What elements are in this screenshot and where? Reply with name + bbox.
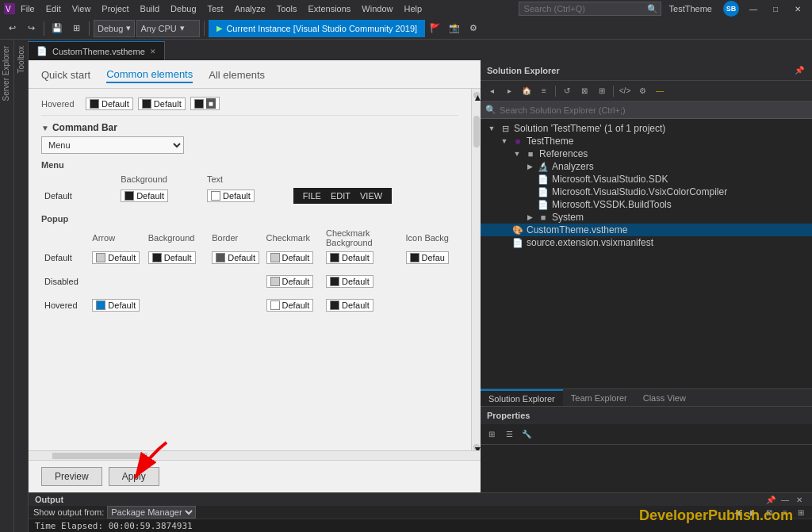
user-avatar[interactable]: SB bbox=[723, 1, 739, 17]
menu-help[interactable]: Help bbox=[399, 2, 427, 15]
apply-button[interactable]: Apply bbox=[109, 467, 159, 486]
scroll-down-arrow[interactable]: ▼ bbox=[473, 444, 480, 450]
toolbar-extra-3[interactable]: ⚙ bbox=[465, 20, 482, 37]
nav-all-elements[interactable]: All elements bbox=[209, 69, 265, 82]
preview-button[interactable]: Preview bbox=[41, 467, 102, 486]
nav-quick-start[interactable]: Quick start bbox=[41, 69, 90, 82]
file-tab-customtheme[interactable]: 📄 CustomTheme.vstheme ✕ bbox=[29, 41, 165, 60]
hovered-text-swatch-partial[interactable]: Default bbox=[138, 98, 186, 110]
tab-team-explorer[interactable]: Team Explorer bbox=[563, 389, 635, 407]
output-close-btn[interactable]: ✕ bbox=[793, 493, 806, 506]
menu-extensions[interactable]: Extensions bbox=[304, 2, 356, 15]
minimize-button[interactable]: — bbox=[742, 0, 764, 17]
menu-tools[interactable]: Tools bbox=[272, 2, 302, 15]
se-settings-btn[interactable]: ⚙ bbox=[634, 83, 650, 99]
output-pin-btn[interactable]: 📌 bbox=[764, 493, 777, 506]
popup-bg-color bbox=[152, 253, 162, 262]
global-search-input[interactable] bbox=[519, 2, 661, 16]
hovered-bg-swatch-partial[interactable]: Default bbox=[86, 98, 133, 110]
tree-customtheme[interactable]: 🎨 CustomTheme.vstheme bbox=[481, 224, 812, 236]
se-code-btn[interactable]: </> bbox=[617, 83, 633, 99]
hovered-extra-swatch-partial[interactable]: ■ bbox=[190, 97, 220, 110]
save-all-button[interactable]: ⊞ bbox=[67, 20, 85, 37]
prop-list-btn[interactable]: ☰ bbox=[501, 427, 517, 442]
menu-test[interactable]: Test bbox=[203, 2, 228, 15]
tab-class-view[interactable]: Class View bbox=[635, 389, 694, 407]
tab-solution-explorer[interactable]: Solution Explorer bbox=[481, 389, 563, 407]
analyzers-expand-arrow[interactable]: ▶ bbox=[525, 162, 534, 171]
command-bar-type-select[interactable]: Menu bbox=[41, 136, 184, 154]
se-stop-btn[interactable]: ⊠ bbox=[576, 83, 592, 99]
toolbar-extra-2[interactable]: 📸 bbox=[446, 20, 463, 37]
undo-button[interactable]: ↩ bbox=[3, 20, 21, 37]
scroll-thumb[interactable] bbox=[473, 116, 480, 147]
nav-common-elements[interactable]: Common elements bbox=[106, 68, 193, 83]
prop-settings-btn[interactable]: 🔧 bbox=[519, 427, 534, 442]
save-button[interactable]: 💾 bbox=[48, 20, 66, 37]
toolbar-extra-1[interactable]: 🚩 bbox=[427, 20, 444, 37]
hscroll-thumb[interactable] bbox=[52, 453, 147, 459]
popup-default-checkbg-swatch[interactable]: Default bbox=[326, 251, 373, 264]
tree-vsixcolor[interactable]: 📄 Microsoft.VisualStudio.VsixColorCompil… bbox=[481, 186, 812, 198]
popup-default-border-swatch[interactable]: Default bbox=[212, 251, 259, 264]
tree-references[interactable]: ▼ ■ References bbox=[481, 147, 812, 160]
se-props-btn[interactable]: ≡ bbox=[536, 83, 552, 99]
references-expand-arrow[interactable]: ▼ bbox=[512, 149, 522, 159]
se-close-btn[interactable]: — bbox=[652, 83, 668, 99]
main-toolbar: ↩ ↪ 💾 ⊞ Debug ▾ Any CPU ▾ ▶ Current Inst… bbox=[0, 17, 812, 40]
project-expand-arrow[interactable]: ▼ bbox=[500, 136, 509, 146]
solution-expand-arrow[interactable]: ▼ bbox=[487, 124, 496, 133]
popup-hovered-check-swatch[interactable]: Default bbox=[266, 299, 314, 312]
menu-debug[interactable]: Debug bbox=[166, 2, 201, 15]
run-button[interactable]: ▶ Current Instance [Visual Studio Commun… bbox=[209, 20, 425, 37]
popup-default-arrow-swatch[interactable]: Default bbox=[92, 251, 140, 264]
output-tool-5[interactable]: ⊞ bbox=[795, 506, 807, 519]
popup-default-iconbg-swatch[interactable]: Defau bbox=[406, 251, 449, 264]
redo-button[interactable]: ↪ bbox=[22, 20, 40, 37]
se-search-input[interactable] bbox=[500, 105, 807, 115]
tree-project[interactable]: ▼ ■ TestTheme bbox=[481, 135, 812, 147]
menu-default-text-swatch[interactable]: Default bbox=[207, 189, 255, 202]
tree-analyzers[interactable]: ▶ 🔬 Analyzers bbox=[481, 160, 812, 173]
menu-view[interactable]: View bbox=[67, 2, 96, 15]
menu-default-bg-swatch[interactable]: Default bbox=[121, 189, 168, 202]
theme-scrollbar[interactable]: ▲ ▼ bbox=[471, 89, 481, 450]
popup-default-check-swatch[interactable]: Default bbox=[266, 251, 314, 264]
menu-window[interactable]: Window bbox=[357, 2, 397, 15]
toolbox-label[interactable]: Toolbox bbox=[15, 40, 27, 79]
popup-disabled-check-swatch[interactable]: Default bbox=[266, 275, 314, 288]
config-dropdown[interactable]: Debug ▾ bbox=[94, 20, 135, 37]
popup-disabled-checkbg-swatch[interactable]: Default bbox=[326, 275, 373, 288]
se-forward-btn[interactable]: ▸ bbox=[501, 83, 517, 99]
popup-default-bg-swatch[interactable]: Default bbox=[148, 251, 196, 264]
pin-icon[interactable]: 📌 bbox=[793, 64, 806, 77]
tree-sdk[interactable]: 📄 Microsoft.VisualStudio.SDK bbox=[481, 173, 812, 186]
tree-system[interactable]: ▶ ■ System bbox=[481, 211, 812, 224]
se-back-btn[interactable]: ◂ bbox=[484, 83, 500, 99]
popup-hovered-checkbg-swatch[interactable]: Default bbox=[326, 299, 373, 312]
se-filter-btn[interactable]: ⊞ bbox=[594, 83, 610, 99]
maximize-button[interactable]: □ bbox=[764, 0, 787, 17]
theme-hscrollbar[interactable] bbox=[29, 450, 481, 460]
se-home-btn[interactable]: 🏠 bbox=[519, 83, 534, 99]
server-explorer-tab[interactable]: Server Explorer bbox=[0, 40, 13, 107]
menu-analyze[interactable]: Analyze bbox=[230, 2, 270, 15]
close-button[interactable]: ✕ bbox=[787, 0, 809, 17]
tab-close-button[interactable]: ✕ bbox=[150, 48, 156, 55]
tree-buildtools[interactable]: 📄 Microsoft.VSSDK.BuildTools bbox=[481, 198, 812, 211]
se-refresh-btn[interactable]: ↺ bbox=[559, 83, 575, 99]
tree-vsixmanifest[interactable]: 📄 source.extension.vsixmanifest bbox=[481, 236, 812, 249]
prop-grid-btn[interactable]: ⊞ bbox=[484, 427, 500, 442]
menu-project[interactable]: Project bbox=[97, 2, 133, 15]
system-expand-arrow[interactable]: ▶ bbox=[525, 212, 534, 222]
menu-file[interactable]: File bbox=[16, 2, 40, 15]
platform-dropdown[interactable]: Any CPU ▾ bbox=[136, 20, 200, 37]
menu-edit[interactable]: Edit bbox=[41, 2, 66, 15]
command-bar-collapse-arrow[interactable]: ▼ bbox=[41, 124, 49, 132]
output-source-select[interactable]: Package Manager bbox=[107, 506, 196, 519]
tree-solution[interactable]: ▼ ⊟ Solution 'TestTheme' (1 of 1 project… bbox=[481, 122, 812, 135]
output-minimize-btn[interactable]: — bbox=[779, 493, 791, 506]
popup-hovered-arrow-swatch[interactable]: Default bbox=[92, 299, 140, 312]
menu-build[interactable]: Build bbox=[136, 2, 164, 15]
scroll-up-arrow[interactable]: ▲ bbox=[473, 92, 480, 98]
